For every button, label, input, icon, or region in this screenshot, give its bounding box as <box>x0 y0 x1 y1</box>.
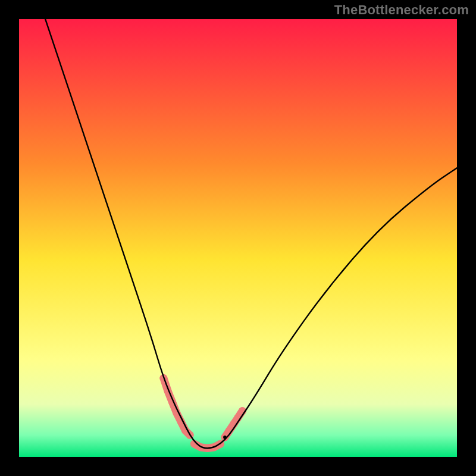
attribution-label: TheBottlenecker.com <box>334 2 469 18</box>
selected-point-marker <box>223 436 227 439</box>
chart-frame: TheBottlenecker.com <box>0 0 476 476</box>
gradient-background <box>19 19 457 457</box>
plot-area <box>19 19 457 457</box>
bottleneck-chart <box>19 19 457 457</box>
